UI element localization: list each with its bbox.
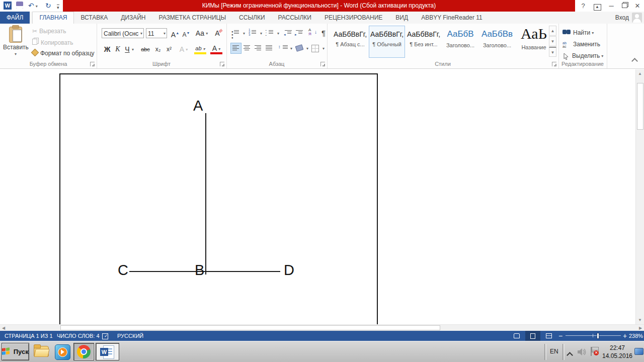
tab-review[interactable]: РЕЦЕНЗИРОВАНИЕ: [318, 12, 389, 24]
bullets-button[interactable]: ●●● ▾: [230, 28, 242, 39]
sign-in-link[interactable]: Вход: [615, 14, 629, 21]
styles-dialog-launcher[interactable]: [552, 62, 556, 66]
action-center-flag-icon[interactable]: ✕: [590, 346, 599, 356]
scroll-down-arrow[interactable]: ▼: [636, 318, 644, 322]
close-button[interactable]: ✕: [631, 0, 644, 12]
tab-view[interactable]: ВИД: [389, 12, 415, 24]
collapse-ribbon-button[interactable]: [632, 56, 637, 65]
shrink-font-button[interactable]: А▼: [181, 28, 191, 39]
taskbar-media-player-icon[interactable]: [53, 343, 71, 360]
read-mode-button[interactable]: [509, 331, 524, 341]
select-button[interactable]: Выделить▾: [562, 51, 603, 61]
styles-scroll-down-button[interactable]: ▼: [549, 36, 556, 46]
print-layout-button[interactable]: [525, 331, 540, 341]
zoom-percentage[interactable]: 238%: [629, 331, 643, 341]
copy-button[interactable]: Копировать: [32, 39, 73, 46]
style-card-selected[interactable]: АаБбВвГг, ¶ Обычный: [369, 26, 405, 58]
line-spacing-button[interactable]: ↕ ▾: [278, 43, 292, 54]
numbering-button[interactable]: 123 ▾: [248, 28, 259, 39]
text-highlight-button[interactable]: ab▾: [194, 45, 206, 54]
font-dialog-launcher[interactable]: [220, 62, 224, 66]
minimize-button[interactable]: ─: [605, 0, 618, 12]
format-painter-button[interactable]: Формат по образцу: [32, 50, 95, 57]
borders-button[interactable]: ▾: [310, 43, 325, 54]
align-right-button[interactable]: [253, 43, 264, 54]
tab-file[interactable]: ФАЙЛ: [0, 12, 30, 24]
strikethrough-button[interactable]: abc: [139, 44, 152, 55]
show-desktop-icon[interactable]: [634, 348, 643, 355]
zoom-in-button[interactable]: +: [623, 331, 627, 341]
save-icon[interactable]: [16, 2, 23, 9]
sort-button[interactable]: АЯ ↓: [307, 28, 318, 39]
undo-dropdown[interactable]: ▾: [36, 4, 38, 9]
styles-more-button[interactable]: ▼: [549, 47, 556, 57]
text-effects-button[interactable]: А▾: [179, 44, 188, 55]
paste-dropdown[interactable]: ▾: [3, 52, 28, 56]
ribbon-display-options-button[interactable]: ▲: [591, 0, 604, 12]
clipboard-dialog-launcher[interactable]: [90, 62, 95, 66]
qat-customize-icon[interactable]: ▾: [57, 5, 59, 10]
paragraph-dialog-launcher[interactable]: [320, 62, 325, 66]
horizontal-scrollbar[interactable]: ◀ ▶: [0, 324, 644, 331]
tab-page-layout[interactable]: РАЗМЕТКА СТРАНИЦЫ: [152, 12, 233, 24]
taskbar-chrome-icon[interactable]: [73, 343, 94, 360]
web-layout-button[interactable]: [541, 331, 556, 341]
user-avatar-icon[interactable]: [632, 13, 642, 23]
align-center-button[interactable]: [242, 43, 253, 54]
tab-references[interactable]: ССЫЛКИ: [232, 12, 271, 24]
subscript-button[interactable]: x₂: [153, 44, 163, 55]
page-indicator[interactable]: СТРАНИЦА 1 ИЗ 1: [5, 331, 53, 341]
paste-button[interactable]: Вставить ▾: [3, 26, 28, 62]
taskbar-word-icon[interactable]: W: [96, 343, 119, 360]
zoom-out-button[interactable]: −: [558, 331, 562, 341]
vertical-scrollbar[interactable]: ▲ ▼: [635, 69, 644, 324]
restore-button[interactable]: [618, 0, 631, 12]
language-switcher[interactable]: EN: [550, 348, 558, 355]
style-card[interactable]: АаЬ Название: [516, 26, 552, 58]
help-button[interactable]: ?: [577, 0, 590, 12]
multilevel-list-button[interactable]: ▪▫▪ ▾: [265, 28, 276, 39]
styles-scroll-up-button[interactable]: ▲: [549, 26, 556, 36]
scroll-up-arrow[interactable]: ▲: [636, 71, 644, 76]
style-card[interactable]: АаБбВвГг, ¶ Абзац с...: [332, 26, 368, 58]
scroll-right-arrow[interactable]: ▶: [638, 326, 643, 330]
grow-font-button[interactable]: А▲: [170, 28, 180, 39]
font-color-button[interactable]: А▾: [210, 45, 222, 54]
zoom-slider-track[interactable]: [566, 335, 621, 336]
proofing-icon[interactable]: ✓: [102, 331, 108, 341]
numbering-dropdown[interactable]: ▾: [260, 31, 262, 36]
multilevel-dropdown[interactable]: ▾: [277, 31, 279, 36]
word-count[interactable]: ЧИСЛО СЛОВ: 4: [57, 331, 100, 341]
undo-icon[interactable]: ↶▾: [28, 2, 38, 10]
document-area[interactable]: A C B D ▲ ▼: [0, 69, 644, 324]
underline-button[interactable]: Ч: [124, 44, 131, 55]
replace-button[interactable]: abac Заменить: [562, 39, 600, 49]
superscript-button[interactable]: x²: [164, 44, 174, 55]
clear-formatting-button[interactable]: А: [212, 28, 222, 39]
volume-icon[interactable]: [577, 347, 587, 356]
style-card[interactable]: АаБбВв Заголово...: [479, 26, 515, 58]
underline-dropdown[interactable]: ▾: [132, 47, 134, 52]
bold-button[interactable]: Ж: [103, 44, 112, 55]
style-card[interactable]: АаБбВвГг, ¶ Без инт...: [406, 26, 442, 58]
find-button[interactable]: Найти▾: [562, 28, 594, 38]
font-size-combobox[interactable]: 11▾: [146, 28, 167, 38]
cut-button[interactable]: ✂Вырезать: [32, 28, 66, 35]
tab-design[interactable]: ДИЗАЙН: [114, 12, 152, 24]
align-left-button[interactable]: [230, 43, 242, 54]
tab-abbyy[interactable]: ABBYY FineReader 11: [415, 12, 489, 24]
tab-home[interactable]: ГЛАВНАЯ: [32, 12, 74, 24]
vertical-scroll-thumb[interactable]: [637, 83, 643, 130]
redo-icon[interactable]: ↻: [45, 2, 51, 10]
scroll-left-arrow[interactable]: ◀: [1, 326, 6, 330]
taskbar-explorer-icon[interactable]: [32, 343, 50, 360]
italic-button[interactable]: К: [114, 44, 122, 55]
change-case-button[interactable]: Аа▾: [195, 28, 208, 39]
justify-button[interactable]: [264, 43, 275, 54]
increase-indent-button[interactable]: ▸: [294, 28, 305, 39]
tray-expand-icon[interactable]: [568, 350, 572, 359]
tray-clock[interactable]: 22:47 14.05.2016: [602, 344, 633, 360]
language-indicator[interactable]: РУССКИЙ: [117, 331, 143, 341]
shading-button[interactable]: ▾: [294, 43, 309, 54]
font-name-combobox[interactable]: Calibri (Оснс▾: [102, 28, 144, 38]
